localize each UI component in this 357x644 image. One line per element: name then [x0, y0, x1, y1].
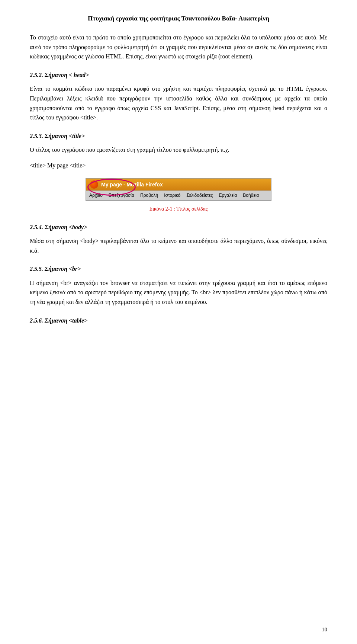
section-256-heading: 2.5.6. Σήμανση <table> — [30, 316, 327, 326]
menu-item-arxeio: Αρχείο — [89, 192, 103, 199]
main-content: Το στοιχείο αυτό είναι το πρώτο το οποίο… — [30, 33, 327, 325]
menu-item-selidodiektes: Σελιδοδείκτες — [186, 192, 213, 199]
section-253-heading: 2.5.3. Σήμανση <title> — [30, 131, 327, 141]
section-253-example: <title> My page <title> — [30, 161, 327, 170]
menu-item-provoli: Προβολή — [140, 192, 158, 199]
section-252-body: Είναι το κομμάτι κώδικα που παραμένει κρ… — [30, 84, 327, 122]
browser-title: My page - Mozilla Firefox — [101, 180, 163, 189]
menu-item-epexergasia: Επεξεργασία — [109, 192, 134, 199]
image-caption: Εικόνα 2-1 : Τίτλος σελίδας — [86, 205, 271, 213]
section-255-heading: 2.5.5. Σήμανση <br> — [30, 264, 327, 274]
section-255-body: Η σήμανση <br> αναγκάζει τον browser να … — [30, 278, 327, 307]
section-253-body1: Ο τίτλος του εγγράφου που εμφανίζεται στ… — [30, 145, 327, 155]
page-number: 10 — [322, 627, 327, 633]
section-252-heading: 2.5.2. Σήμανση < head> — [30, 70, 327, 80]
intro-paragraph: Το στοιχείο αυτό είναι το πρώτο το οποίο… — [30, 33, 327, 61]
menu-item-voitheia: Βοήθεια — [243, 192, 259, 199]
section-254-heading: 2.5.4. Σήμανση <body> — [30, 222, 327, 232]
firefox-logo-icon — [90, 180, 98, 189]
page-header: Πτυχιακή εργασία της φοιτήτριας Τσαντοπο… — [30, 15, 327, 22]
browser-screenshot-container: My page - Mozilla Firefox Αρχείο Επεξεργ… — [86, 178, 271, 214]
section-254-body: Μέσα στη σήμανση <body> περιλαμβάνεται ό… — [30, 236, 327, 255]
menu-item-ergaleia: Εργαλεία — [219, 192, 237, 199]
browser-mock: My page - Mozilla Firefox Αρχείο Επεξεργ… — [86, 178, 271, 202]
menu-item-istoriko: Ιστορικό — [164, 192, 180, 199]
browser-titlebar: My page - Mozilla Firefox — [86, 179, 271, 190]
browser-menubar: Αρχείο Επεξεργασία Προβολή Ιστορικό Σελι… — [86, 190, 271, 201]
